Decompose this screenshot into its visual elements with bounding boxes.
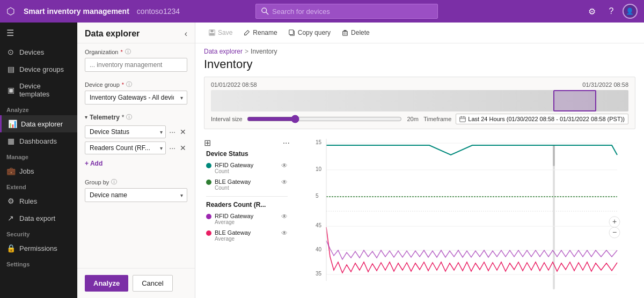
settings-icon[interactable]: ⚙ xyxy=(584,3,600,19)
data-explorer-panel: Data explorer ‹ Organization * ⓘ Device … xyxy=(77,23,195,298)
timeframe-label: Timeframe xyxy=(423,116,451,122)
timeframe-value[interactable]: Last 24 Hours (01/30/2022 08:58 - 01/31/… xyxy=(456,114,628,124)
legend-item-ble-status: BLE Gateway Count 👁 xyxy=(204,177,290,192)
eye-icon[interactable]: 👁 xyxy=(281,229,288,237)
device-group-info-icon[interactable]: ⓘ xyxy=(126,80,132,88)
layers-icon[interactable]: ⊞ xyxy=(204,138,211,148)
hamburger-icon[interactable]: ☰ xyxy=(0,23,77,43)
eye-icon[interactable]: 👁 xyxy=(281,213,288,220)
sidebar-item-data-explorer[interactable]: 📊 Data explorer xyxy=(0,115,77,132)
device-templates-icon: ▣ xyxy=(6,86,15,94)
legend-dot-rfid-readers xyxy=(206,214,211,219)
sidebar-item-permissions[interactable]: 🔒 Permissions xyxy=(0,240,77,257)
telemetry-select-wrap-0: Device Status ▾ xyxy=(85,125,166,138)
zoom-controls[interactable]: + − xyxy=(609,217,620,238)
save-button[interactable]: Save xyxy=(204,27,237,39)
close-icon[interactable]: ✕ xyxy=(179,126,187,137)
sidebar-item-dashboards[interactable]: ▦ Dashboards xyxy=(0,132,77,150)
devices-icon: ⊙ xyxy=(6,48,15,56)
sidebar-item-rules[interactable]: ⚙ Rules xyxy=(0,192,77,210)
chart-svg: 15 10 5 45 40 35 xyxy=(298,133,635,284)
delete-button[interactable]: Delete xyxy=(337,27,374,39)
timeline-selector[interactable]: 1d xyxy=(553,90,596,111)
groupby-select[interactable]: Device name xyxy=(85,188,187,202)
app-logo: ⬡ xyxy=(6,5,15,17)
legend-readers-count-title: Readers Count (R... xyxy=(204,201,290,208)
legend-sub: Average xyxy=(215,236,251,242)
chart-more-icon[interactable]: ··· xyxy=(283,138,290,148)
sidebar-item-jobs[interactable]: 💼 Jobs xyxy=(0,162,77,180)
legend-sub: Count xyxy=(215,168,253,174)
telemetry-select-wrap-1: Readers Count (RF... ▾ xyxy=(85,141,166,154)
help-icon[interactable]: ? xyxy=(603,3,619,19)
copy-query-button[interactable]: Copy query xyxy=(284,27,335,39)
data-explorer-icon: 📊 xyxy=(8,120,17,128)
org-input[interactable] xyxy=(85,58,187,72)
org-field: Organization * ⓘ xyxy=(77,43,195,76)
sidebar-item-label: Devices xyxy=(19,48,44,56)
telemetry-info-icon[interactable]: ⓘ xyxy=(126,113,132,121)
search-input[interactable] xyxy=(272,8,432,16)
sidebar-item-devices[interactable]: ⊙ Devices xyxy=(0,43,77,61)
legend-item-rfid-readers: RFID Gateway Average 👁 xyxy=(204,212,290,226)
org-info-icon[interactable]: ⓘ xyxy=(125,48,131,56)
legend-name: BLE Gateway xyxy=(215,229,251,236)
eye-icon[interactable]: 👁 xyxy=(281,178,288,186)
app-org: contoso1234 xyxy=(137,7,180,16)
analyze-button[interactable]: Analyze xyxy=(85,275,128,292)
sidebar-item-data-export[interactable]: ↗ Data export xyxy=(0,210,77,227)
breadcrumb-current: Inventory xyxy=(251,48,277,55)
dashboards-icon: ▦ xyxy=(6,137,15,145)
svg-text:+: + xyxy=(612,217,617,226)
telemetry-select-0[interactable]: Device Status xyxy=(85,125,166,138)
search-bar[interactable] xyxy=(255,4,438,19)
rules-icon: ⚙ xyxy=(6,197,15,205)
cancel-button[interactable]: Cancel xyxy=(133,275,172,292)
svg-text:45: 45 xyxy=(316,222,322,228)
rename-icon xyxy=(243,29,251,36)
svg-rect-4 xyxy=(210,33,215,35)
eye-icon[interactable]: 👁 xyxy=(281,162,288,169)
toolbar: Save Rename Copy query De xyxy=(195,23,644,43)
groupby-select-wrap: Device name ▾ xyxy=(85,188,187,202)
page-title: Inventory xyxy=(195,56,644,77)
telemetry-select-1[interactable]: Readers Count (RF... xyxy=(85,141,166,154)
more-options-icon[interactable]: ··· xyxy=(168,126,177,137)
timeline-end: 01/31/2022 08:58 xyxy=(582,81,628,88)
legend-device-status-title: Device Status xyxy=(204,150,290,158)
svg-rect-6 xyxy=(289,30,293,35)
breadcrumb-parent[interactable]: Data explorer xyxy=(204,48,243,55)
panel-collapse-button[interactable]: ‹ xyxy=(185,29,187,39)
telemetry-required: * xyxy=(122,114,125,121)
sidebar-item-device-templates[interactable]: ▣ Device templates xyxy=(0,78,77,102)
calendar-icon xyxy=(459,116,466,122)
sidebar-item-label: Rules xyxy=(19,197,37,205)
sidebar-item-device-groups[interactable]: ▤ Device groups xyxy=(0,61,77,78)
sidebar-item-label: Device templates xyxy=(19,82,71,98)
legend-text-ble-status: BLE Gateway Count xyxy=(215,178,251,191)
svg-text:40: 40 xyxy=(316,247,322,252)
legend-sub: Average xyxy=(215,219,253,225)
svg-line-1 xyxy=(266,12,268,14)
groupby-section: Group by ⓘ Device name ▾ xyxy=(77,174,195,206)
search-icon xyxy=(261,8,269,15)
interval-slider[interactable] xyxy=(247,115,402,123)
device-group-select-wrap: Inventory Gateways - All devices ▾ xyxy=(85,91,187,105)
groupby-info-icon[interactable]: ⓘ xyxy=(111,178,117,186)
sidebar-item-label: Dashboards xyxy=(19,137,57,145)
close-icon[interactable]: ✕ xyxy=(179,143,187,153)
sidebar-item-label: Permissions xyxy=(19,244,57,252)
more-options-icon[interactable]: ··· xyxy=(168,143,177,153)
telemetry-header[interactable]: ▾ Telemetry * ⓘ xyxy=(85,113,187,121)
timeline-container: 01/01/2022 08:58 01/31/2022 08:58 1d Int… xyxy=(204,77,635,129)
avatar[interactable]: 👤 xyxy=(623,4,638,19)
panel-title: Data explorer xyxy=(85,29,140,39)
rename-button[interactable]: Rename xyxy=(239,27,281,39)
manage-section-label: Manage xyxy=(0,150,77,162)
chart-area: ⊞ ··· Device Status RFID Gateway Count 👁… xyxy=(195,133,644,298)
save-icon xyxy=(208,29,216,36)
add-telemetry-button[interactable]: + Add xyxy=(85,158,103,169)
groupby-label: Group by ⓘ xyxy=(85,178,187,186)
timeline-bar[interactable]: 1d xyxy=(211,90,628,111)
device-group-select[interactable]: Inventory Gateways - All devices xyxy=(85,91,187,105)
